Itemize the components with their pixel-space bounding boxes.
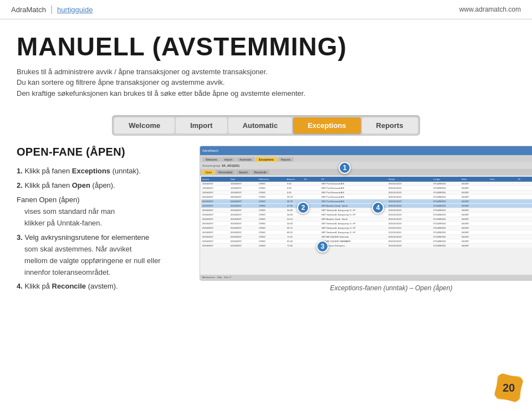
page-badge: 20 bbox=[497, 376, 521, 400]
mock-cell-9-0: 20/04/2007 bbox=[202, 222, 230, 225]
step-bold-4: Reconcile bbox=[52, 282, 86, 290]
mock-row-7[interactable]: 20/04/200720/04/2007CRNO54.00GBT Strahwa… bbox=[201, 213, 532, 217]
mock-sub-tab-search[interactable]: Search bbox=[236, 170, 250, 174]
nav-tab-exceptions[interactable]: Exceptions bbox=[293, 117, 360, 133]
mock-cell-5-8: 042007 bbox=[462, 204, 489, 207]
nav-tab-welcome[interactable]: Welcome bbox=[114, 117, 175, 133]
nav-tab-import[interactable]: Import bbox=[176, 117, 227, 133]
mock-cell-0-8: 042007 bbox=[462, 182, 489, 185]
mock-cell-4-1: 04/04/2007 bbox=[231, 200, 258, 203]
mock-cell-4-7: 0754290053 bbox=[433, 200, 461, 203]
mock-cell-6-1: 20/04/2007 bbox=[231, 209, 258, 212]
step-item-1: 2. Klikk på fanen Open (åpen). bbox=[17, 179, 188, 192]
mock-cell-9-10 bbox=[518, 222, 532, 225]
mock-tab-import[interactable]: Import bbox=[221, 157, 236, 162]
mock-row-1[interactable]: 10/04/200710/04/2007CRNO0.00GBT Pod.Danm… bbox=[201, 186, 532, 191]
mock-row-14[interactable]: 02/04/200702/04/2007CRNO71.00GBT Danaco … bbox=[201, 244, 532, 248]
mock-cell-3-0: 04/04/2007 bbox=[202, 196, 230, 198]
mock-cell-14-9 bbox=[490, 244, 518, 247]
mock-cell-13-2: CRNO bbox=[259, 240, 287, 243]
mock-cell-5-2: CRNO bbox=[259, 204, 287, 207]
mock-tab-exceptions[interactable]: Exceptions bbox=[255, 157, 277, 162]
mock-col-ledger: Ledger bbox=[433, 178, 461, 181]
mock-row-3[interactable]: 04/04/200704/04/2007CRNO39.78GBT Pod.Dan… bbox=[201, 195, 532, 199]
mock-row-9[interactable]: 20/04/200720/04/2007CRNO54.00GBT Strahwa… bbox=[201, 222, 532, 226]
mock-cell-13-8: 042007 bbox=[462, 240, 489, 243]
mock-cell-1-0: 10/04/2007 bbox=[202, 187, 230, 189]
mock-row-4[interactable]: 04/04/200704/04/2007CRNO39.78GBT Pod.Dan… bbox=[201, 199, 532, 204]
header-left: AdraMatch | hurtigguide bbox=[11, 4, 93, 14]
mock-cell-3-9 bbox=[490, 196, 518, 198]
mock-cell-11-5: GBT Strahwa A. &amp;amp; D. /H* bbox=[321, 231, 388, 234]
mock-cell-11-6: 31101/19121 bbox=[388, 231, 433, 234]
mock-sub-tab-reconcile[interactable]: Reconcile bbox=[252, 170, 269, 174]
mock-cell-1-8: 042007 bbox=[462, 187, 489, 189]
mock-cell-2-5: GBT Pod.Danmark A/S bbox=[321, 191, 388, 194]
mock-tab-reports[interactable]: Reports bbox=[278, 157, 294, 162]
mock-row-2[interactable]: 10/04/200710/04/2007CRNO0.00GBT Pod.Danm… bbox=[201, 191, 532, 195]
mock-sub-tab-open[interactable]: Open bbox=[202, 170, 214, 174]
mock-cell-1-1: 10/04/2007 bbox=[231, 187, 258, 189]
mock-cell-0-10 bbox=[518, 182, 532, 185]
mock-row-12[interactable]: 02/04/200702/04/2007CRNO71.55GBT AR.LIQU… bbox=[201, 235, 532, 239]
nav-tab-reports[interactable]: Reports bbox=[362, 117, 418, 133]
mock-cell-4-2: CRNO bbox=[259, 200, 287, 203]
title-area: MANUELL (AVSTEMMING) Brukes til å admini… bbox=[0, 19, 532, 107]
mock-cell-11-9 bbox=[490, 231, 518, 234]
mock-row-13[interactable]: 02/04/200702/04/2007CRNO65.46GBT AR.LIQU… bbox=[201, 239, 532, 244]
mock-sub-tab-reconciled[interactable]: Reconciled bbox=[216, 170, 235, 174]
mock-cell-10-8: 042007 bbox=[462, 227, 489, 229]
mock-row-11[interactable]: 20/04/200720/04/2007CRNO86.25GBT Strahwa… bbox=[201, 230, 532, 235]
step-item-0: 1. Klikk på fanen Exceptions (unntak). bbox=[17, 165, 188, 177]
mock-cell-3-5: GBT Pod.Danmark A/S bbox=[321, 196, 388, 198]
guide-link[interactable]: hurtigguide bbox=[57, 6, 93, 14]
mock-cell-6-10 bbox=[518, 209, 532, 212]
mock-cell-5-1: 20/04/2007 bbox=[231, 204, 258, 207]
mock-cell-12-6: 20101/19123 bbox=[388, 235, 433, 238]
step-subline-2-0: vises som standard når man bbox=[24, 206, 188, 218]
mock-cell-2-6: 20101/19123 bbox=[388, 191, 433, 194]
mock-cell-9-1: 20/04/2007 bbox=[231, 222, 258, 225]
mock-col-e1: E1 bbox=[304, 178, 321, 181]
caption: Exceptions-fanen (unntak) – Open (åpen) bbox=[200, 281, 532, 295]
mock-cell-14-0: 02/04/2007 bbox=[202, 244, 230, 247]
mock-row-8[interactable]: 20/04/200720/04/2007CRNO53.13GBT Autolin… bbox=[201, 217, 532, 222]
section-title: OPEN-FANE (ÅPEN) bbox=[17, 146, 188, 158]
mock-cell-6-8: 042007 bbox=[462, 209, 489, 212]
mock-cell-12-2: CRNO bbox=[259, 235, 287, 238]
mock-sub-tab-row: OpenReconciledSearchReconcile bbox=[200, 169, 532, 176]
subtitle-line-3: Den kraftige søkefunksjonen kan brukes t… bbox=[17, 88, 515, 99]
mock-cell-7-4 bbox=[304, 213, 321, 216]
mock-tab-welcome[interactable]: Welcome bbox=[202, 157, 221, 162]
mock-cell-14-6: 35101/19123 bbox=[388, 244, 433, 247]
mock-cell-0-5: GBT Pod.Danmark A/S bbox=[321, 182, 388, 185]
mock-statusbar: Maintenance Help Sum: 0 Open transaction… bbox=[200, 275, 532, 280]
step-num-3: 3. bbox=[17, 233, 24, 242]
mock-maintenance: Maintenance bbox=[202, 276, 215, 279]
mock-tab-automatic[interactable]: Automatic bbox=[236, 157, 255, 162]
mock-cell-14-3: 71.00 bbox=[287, 244, 304, 247]
mock-row-0[interactable]: 10/04/200710/04/2007CRNO0.00GBT Pod.Danm… bbox=[201, 182, 532, 186]
mock-cell-11-10 bbox=[518, 231, 532, 234]
nav-tab-automatic[interactable]: Automatic bbox=[228, 117, 293, 133]
mock-col-date: Date bbox=[231, 178, 258, 181]
mock-cell-1-5: GBT Pod.Danmark A/S bbox=[321, 187, 388, 189]
page-number: 20 bbox=[497, 376, 521, 400]
mock-row-5[interactable]: 20/04/200720/04/2007CRNO47.20GBT Autolin… bbox=[201, 204, 532, 208]
mock-cell-3-10 bbox=[518, 196, 532, 198]
mock-account-label: Account group bbox=[202, 164, 220, 167]
mock-cell-11-2: CRNO bbox=[259, 231, 287, 234]
mock-cell-4-9 bbox=[490, 200, 518, 203]
mock-account-value: SA_AG1(221) bbox=[222, 164, 239, 167]
mock-row-6[interactable]: 20/04/200720/04/2007CRNO54.00GBT Strahwa… bbox=[201, 208, 532, 213]
callout-4: 4 bbox=[372, 202, 384, 214]
mock-cell-14-7: 0754290053 bbox=[433, 244, 461, 247]
step-num-0: 1. bbox=[17, 167, 24, 175]
mock-cell-1-2: CRNO bbox=[259, 187, 287, 189]
mock-cell-10-3: 69.75 bbox=[287, 227, 304, 229]
mock-cell-8-2: CRNO bbox=[259, 218, 287, 220]
page-title: MANUELL (AVSTEMMING) bbox=[17, 33, 515, 61]
mock-row-10[interactable]: 20/04/200720/04/2007CRNO69.75GBT Strahwa… bbox=[201, 226, 532, 230]
step-item-2: Fanen Open (åpen)vises som standard når … bbox=[17, 194, 188, 229]
mock-cell-3-7: 0754290053 bbox=[433, 196, 461, 198]
